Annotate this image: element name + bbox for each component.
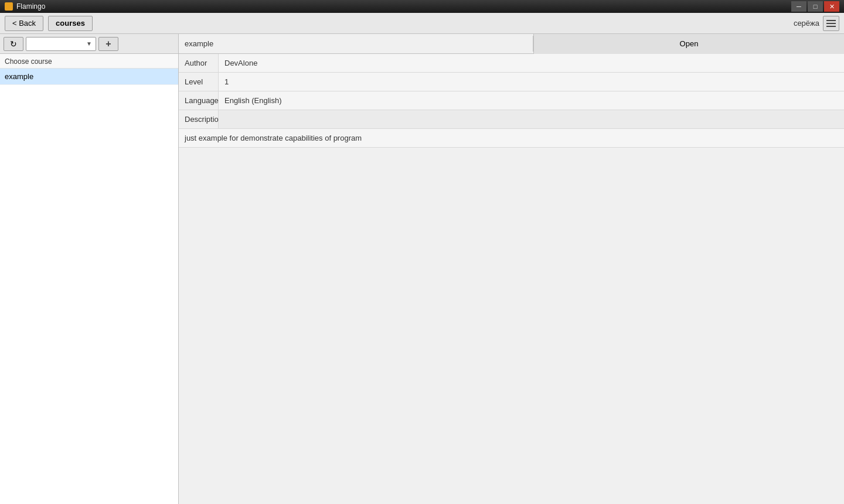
- description-label-row: Description: [179, 110, 844, 129]
- language-label: Language: [179, 91, 219, 110]
- course-title: example: [179, 36, 533, 52]
- maximize-button[interactable]: □: [808, 1, 823, 12]
- chevron-down-icon: ▼: [86, 40, 92, 47]
- menu-line-3: [826, 26, 836, 27]
- right-panel: example Open Author DevAlone Level 1 Lan…: [179, 34, 844, 504]
- app-title: Flamingo: [16, 2, 45, 11]
- filter-dropdown[interactable]: ▼: [26, 37, 96, 51]
- left-toolbar: ↻ ▼ +: [0, 34, 178, 54]
- menu-line-2: [826, 23, 836, 24]
- app-icon: [5, 2, 13, 11]
- right-header: example Open: [179, 34, 844, 54]
- author-value: DevAlone: [219, 54, 844, 72]
- description-label-space: [219, 110, 844, 128]
- level-row: Level 1: [179, 73, 844, 91]
- course-item[interactable]: example: [0, 69, 178, 85]
- toolbar-right: серёжа: [794, 16, 839, 31]
- description-text: just example for demonstrate capabilitie…: [185, 134, 362, 142]
- minimize-button[interactable]: ─: [791, 1, 806, 12]
- close-button[interactable]: ✕: [824, 1, 839, 12]
- toolbar-left: < Back courses: [5, 16, 93, 31]
- language-value: English (English): [219, 91, 844, 110]
- refresh-button[interactable]: ↻: [4, 37, 23, 51]
- window-controls: ─ □ ✕: [791, 1, 839, 12]
- open-button[interactable]: Open: [533, 34, 844, 54]
- description-text-row: just example for demonstrate capabilitie…: [179, 129, 844, 148]
- main-toolbar: < Back courses серёжа: [0, 13, 844, 34]
- description-label: Description: [179, 110, 219, 128]
- choose-course-label: Choose course: [0, 54, 178, 69]
- level-value: 1: [219, 73, 844, 91]
- user-name: серёжа: [794, 19, 819, 28]
- author-label: Author: [179, 54, 219, 72]
- menu-line-1: [826, 20, 836, 21]
- language-row: Language English (English): [179, 91, 844, 110]
- add-button[interactable]: +: [98, 37, 118, 51]
- courses-button[interactable]: courses: [48, 16, 93, 31]
- author-row: Author DevAlone: [179, 54, 844, 73]
- main-content: ↻ ▼ + Choose course example example Open…: [0, 34, 844, 504]
- title-bar-left: Flamingo: [5, 2, 45, 11]
- course-name: example: [5, 72, 33, 81]
- course-list: example: [0, 69, 178, 504]
- level-label: Level: [179, 73, 219, 91]
- detail-table: Author DevAlone Level 1 Language English…: [179, 54, 844, 504]
- left-panel: ↻ ▼ + Choose course example: [0, 34, 179, 504]
- title-bar: Flamingo ─ □ ✕: [0, 0, 844, 13]
- hamburger-menu-button[interactable]: [823, 16, 839, 31]
- back-button[interactable]: < Back: [5, 16, 43, 31]
